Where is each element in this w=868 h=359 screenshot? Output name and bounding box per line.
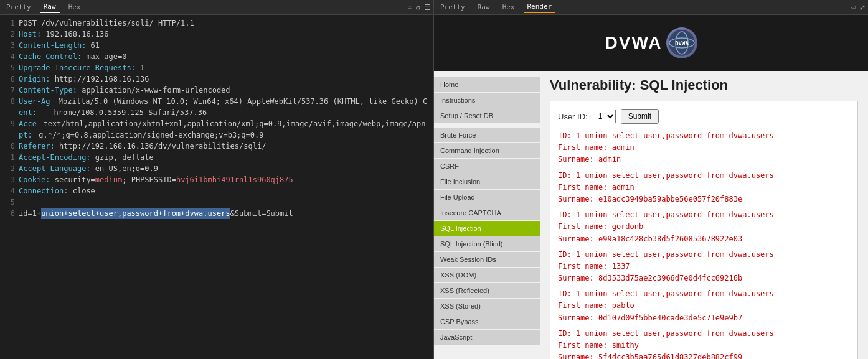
result-surname-6: Surname: 5f4dcc3b5aa765d61d8327deb882cf9… <box>558 352 850 359</box>
request-line-2: 2 Host: 192.168.16.136 <box>5 29 428 40</box>
sidebar-item-command-injection[interactable]: Command Injection <box>434 143 540 158</box>
tab-render-right[interactable]: Render <box>524 1 556 13</box>
request-line-3: 3 Content-Length: 61 <box>5 40 428 51</box>
request-line-12: 2 Accept-Language: en-US,en;q=0.9 <box>5 163 428 174</box>
sidebar-item-setup[interactable]: Setup / Reset DB <box>434 108 540 123</box>
result-surname-1: Surname: admin <box>558 154 850 166</box>
result-first-6: First name: smithy <box>558 340 850 352</box>
copy-icon[interactable]: ⏎ <box>851 3 856 12</box>
result-block-5: ID: 1 union select user,password from dv… <box>558 288 850 324</box>
sidebar-item-file-upload[interactable]: File Upload <box>434 190 540 205</box>
result-id-6: ID: 1 union select user,password from dv… <box>558 328 850 340</box>
request-line-13: 3 Cookie: security=medium; PHPSESSID=hvj… <box>5 174 428 185</box>
result-id-1: ID: 1 union select user,password from dv… <box>558 130 850 142</box>
request-body: 1 POST /dv/vulnerabilities/sqli/ HTTP/1.… <box>0 15 433 359</box>
request-line-7: 7 Content-Type: application/x-www-form-u… <box>5 85 428 96</box>
dvwa-sidebar: Home Instructions Setup / Reset DB Brute… <box>434 71 540 359</box>
tab-raw-left[interactable]: Raw <box>40 1 60 13</box>
tab-pretty-right[interactable]: Pretty <box>436 2 469 12</box>
vuln-box: User ID: 1 Submit ID: 1 union select use… <box>550 101 858 359</box>
result-block-6: ID: 1 union select user,password from dv… <box>558 328 850 359</box>
sidebar-item-file-inclusion[interactable]: File Inclusion <box>434 174 540 189</box>
right-tab-icons: ⏎ ⤢ <box>851 3 866 12</box>
result-block-4: ID: 1 union select user,password from dv… <box>558 249 850 285</box>
request-line-10: 0 Referer: http://192.168.16.136/dv/vuln… <box>5 141 428 152</box>
sidebar-item-csrf[interactable]: CSRF <box>434 159 540 174</box>
columns-icon[interactable]: ⚙ <box>416 3 420 12</box>
dvwa-logo: DVWA DVWA <box>605 27 697 58</box>
dvwa-header: DVWA DVWA <box>434 15 868 71</box>
result-first-4: First name: 1337 <box>558 261 850 273</box>
user-id-label: User ID: <box>558 112 588 121</box>
sidebar-item-sql-injection[interactable]: SQL Injection <box>434 221 540 236</box>
right-panel: Pretty Raw Hex Render ⏎ ⤢ DVWA DVWA <box>434 0 868 359</box>
user-id-select[interactable]: 1 <box>593 110 616 123</box>
dvwa-body: Home Instructions Setup / Reset DB Brute… <box>434 71 868 359</box>
result-surname-4: Surname: 8d3533d75ae2c3966d7e0d4fcc69216… <box>558 273 850 284</box>
result-first-5: First name: pablo <box>558 300 850 312</box>
result-id-5: ID: 1 union select user,password from dv… <box>558 288 850 300</box>
request-line-6: 6 Origin: http://192.168.16.136 <box>5 73 428 85</box>
result-first-2: First name: admin <box>558 182 850 193</box>
expand-icon[interactable]: ⤢ <box>859 3 866 12</box>
right-tab-bar: Pretty Raw Hex Render ⏎ ⤢ <box>434 0 868 15</box>
request-line-4: 4 Cache-Control: max-age=0 <box>5 51 428 62</box>
menu-icon[interactable]: ☰ <box>424 3 431 12</box>
left-tab-bar: Pretty Raw Hex ⏎ ⚙ ☰ <box>0 0 433 15</box>
page-title: Vulnerability: SQL Injection <box>550 77 858 93</box>
request-line-8: 8 User-Agent: Mozilla/5.0 (Windows NT 10… <box>5 96 428 118</box>
result-block-2: ID: 1 union select user,password from dv… <box>558 170 850 206</box>
request-line-1: 1 POST /dv/vulnerabilities/sqli/ HTTP/1.… <box>5 17 428 29</box>
result-surname-3: Surname: e99a18c428cb38d5f260853678922e0… <box>558 233 850 245</box>
tab-pretty-left[interactable]: Pretty <box>2 2 35 12</box>
result-block-1: ID: 1 union select user,password from dv… <box>558 130 850 166</box>
sidebar-item-brute-force[interactable]: Brute Force <box>434 128 540 142</box>
tab-hex-right[interactable]: Hex <box>499 2 519 12</box>
dvwa-logo-circle: DVWA <box>666 27 697 58</box>
request-line-16: 6 id=1+union+select+user,password+from+d… <box>5 208 428 219</box>
wrap-icon[interactable]: ⏎ <box>408 3 412 12</box>
sidebar-item-home[interactable]: Home <box>434 77 540 92</box>
request-line-9: 9 Accept: text/html,application/xhtml+xm… <box>5 118 428 141</box>
result-first-3: First name: gordonb <box>558 221 850 233</box>
user-id-form: User ID: 1 Submit <box>558 109 850 124</box>
tab-raw-right[interactable]: Raw <box>474 2 494 12</box>
left-tab-icons: ⏎ ⚙ ☰ <box>408 3 431 12</box>
sidebar-item-csp-bypass[interactable]: CSP Bypass <box>434 314 540 329</box>
result-id-4: ID: 1 union select user,password from dv… <box>558 249 850 261</box>
submit-button[interactable]: Submit <box>621 109 659 124</box>
sidebar-item-javascript[interactable]: JavaScript <box>434 330 540 345</box>
request-line-11: 1 Accept-Encoding: gzip, deflate <box>5 152 428 163</box>
left-panel: Pretty Raw Hex ⏎ ⚙ ☰ 1 POST /dv/vulnerab… <box>0 0 434 359</box>
dvwa-logo-text: DVWA <box>605 33 663 53</box>
sidebar-item-xss-stored[interactable]: XSS (Stored) <box>434 299 540 314</box>
sidebar-item-insecure-captcha[interactable]: Insecure CAPTCHA <box>434 205 540 220</box>
dvwa-content: DVWA DVWA Home Instructions Setup / Rese… <box>434 15 868 359</box>
result-surname-2: Surname: e10adc3949ba59abbe56e057f20f883… <box>558 193 850 205</box>
result-id-3: ID: 1 union select user,password from dv… <box>558 209 850 221</box>
result-surname-5: Surname: 0d107d09f5bbe40cade3de5c71e9e9b… <box>558 312 850 324</box>
request-line-14: 4 Connection: close <box>5 185 428 197</box>
tab-hex-left[interactable]: Hex <box>65 2 85 12</box>
sidebar-item-weak-session-ids[interactable]: Weak Session IDs <box>434 252 540 267</box>
result-first-1: First name: admin <box>558 142 850 154</box>
result-block-3: ID: 1 union select user,password from dv… <box>558 209 850 245</box>
sidebar-item-xss-reflected[interactable]: XSS (Reflected) <box>434 283 540 298</box>
dvwa-main: Vulnerability: SQL Injection User ID: 1 … <box>540 71 868 359</box>
sidebar-item-instructions[interactable]: Instructions <box>434 93 540 108</box>
svg-text:DVWA: DVWA <box>675 40 689 47</box>
sidebar-item-xss-dom[interactable]: XSS (DOM) <box>434 268 540 282</box>
request-line-15: 5 <box>5 197 428 208</box>
result-id-2: ID: 1 union select user,password from dv… <box>558 170 850 182</box>
sidebar-item-sql-injection-blind[interactable]: SQL Injection (Blind) <box>434 236 540 251</box>
request-line-5: 5 Upgrade-Insecure-Requests: 1 <box>5 62 428 73</box>
